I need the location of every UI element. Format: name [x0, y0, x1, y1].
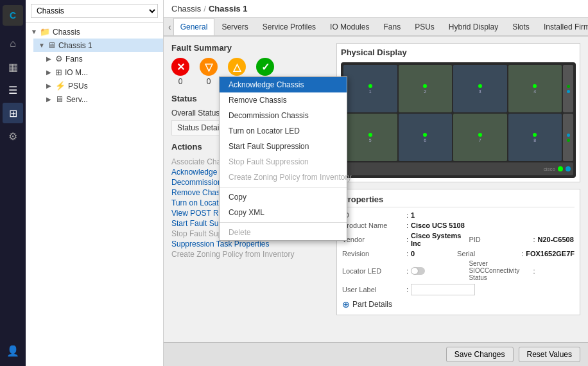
psus-label: PSUs: [68, 82, 88, 91]
tree-group-chassis1-children: ▶ ⚙ Fans ▶ ⊞ IO M... ▶ ⚡ PSUs: [33, 52, 163, 106]
expand-arrow-io: ▶: [46, 69, 53, 76]
chassis1-label: Chassis 1: [58, 41, 92, 50]
tree-item-servers[interactable]: ▶ 🖥 Serv...: [41, 92, 163, 106]
save-changes-button[interactable]: Save Changes: [446, 347, 514, 362]
ctx-stop-fault-suppression: Stop Fault Suppression: [220, 154, 347, 170]
tree-group-chassis: ▼ 🖥 Chassis 1 ▶ ⚙ Fans ▶ ⊞ IO M...: [26, 39, 163, 106]
servers-icon: 🖥: [55, 94, 64, 104]
ctx-decommission-chassis[interactable]: Decommission Chassis: [220, 108, 347, 123]
expand-arrow-psus: ▶: [46, 82, 53, 89]
expand-arrow-chassis1: ▼: [39, 42, 45, 49]
nav-dropdown-select[interactable]: Chassis: [31, 4, 158, 18]
expand-arrow-chassis: ▼: [31, 28, 37, 35]
tabs-bar: ‹ General Servers Service Profiles IO Mo…: [164, 18, 588, 37]
io-icon: ⊞: [55, 67, 62, 77]
tab-hybrid-display[interactable]: Hybrid Display: [442, 18, 505, 35]
user-nav-icon[interactable]: 👤: [3, 340, 23, 361]
ctx-copy[interactable]: Copy: [220, 189, 347, 205]
tab-general[interactable]: General: [173, 18, 215, 37]
nav-tree: ▼ 📁 Chassis ▼ 🖥 Chassis 1 ▶ ⚙ Fans: [26, 22, 163, 366]
network-nav-icon[interactable]: ⊞: [3, 103, 23, 123]
tab-installed-firmware[interactable]: Installed Firmware: [537, 18, 588, 35]
admin-nav-icon[interactable]: ⚙: [3, 126, 23, 146]
icon-sidebar: C ⌂ ▦ ☰ ⊞ ⚙ 👤: [0, 0, 26, 366]
breadcrumb-sep: /: [203, 4, 206, 13]
ctx-divider2: [220, 222, 347, 223]
io-modules-label: IO M...: [65, 68, 88, 77]
ctx-delete: Delete: [220, 225, 347, 240]
bottom-bar: Save Changes Reset Values: [164, 342, 588, 366]
context-menu: Acknowledge Chassis Remove Chassis Decom…: [219, 76, 347, 241]
expand-arrow-fans: ▶: [46, 55, 53, 62]
breadcrumb-part1: Chassis: [171, 4, 201, 13]
chassis-root-label: Chassis: [53, 28, 80, 37]
servers-label: Serv...: [66, 95, 88, 104]
nav-dropdown-container: Chassis: [26, 0, 163, 22]
tree-item-chassis-root[interactable]: ▼ 📁 Chassis: [26, 25, 163, 39]
chassis1-icon: 🖥: [48, 40, 56, 50]
reset-values-button[interactable]: Reset Values: [519, 347, 580, 362]
tab-io-modules[interactable]: IO Modules: [323, 18, 376, 35]
ctx-divider1: [220, 187, 347, 187]
psus-icon: ⚡: [55, 81, 65, 91]
tree-item-chassis1[interactable]: ▼ 🖥 Chassis 1: [33, 39, 163, 52]
breadcrumb: Chassis / Chassis 1: [164, 0, 588, 18]
fans-label: Fans: [65, 55, 83, 64]
ctx-create-zoning-policy: Create Zoning Policy from Inventory: [220, 170, 347, 185]
ctx-turn-on-locator-led[interactable]: Turn on Locator LED: [220, 123, 347, 139]
tab-fans[interactable]: Fans: [376, 18, 408, 35]
tree-item-fans[interactable]: ▶ ⚙ Fans: [41, 52, 163, 65]
tab-psus[interactable]: PSUs: [408, 18, 442, 35]
breadcrumb-part2: Chassis 1: [209, 4, 248, 13]
ctx-acknowledge-chassis[interactable]: Acknowledge Chassis: [220, 77, 347, 92]
ctx-start-fault-suppression[interactable]: Start Fault Suppression: [220, 139, 347, 154]
list-nav-icon[interactable]: ☰: [3, 80, 23, 100]
app-logo: C: [3, 5, 23, 26]
tab-prev-button[interactable]: ‹: [166, 19, 173, 35]
tab-servers[interactable]: Servers: [214, 18, 255, 35]
tree-item-psus[interactable]: ▶ ⚡ PSUs: [41, 79, 163, 92]
expand-arrow-servers: ▶: [46, 96, 53, 103]
fans-icon: ⚙: [55, 54, 63, 64]
ctx-copy-xml[interactable]: Copy XML: [220, 205, 347, 220]
nav-panel: Chassis ▼ 📁 Chassis ▼ 🖥 Chassis 1 ▶ ⚙: [26, 0, 164, 366]
tab-service-profiles[interactable]: Service Profiles: [255, 18, 323, 35]
tree-item-io-modules[interactable]: ▶ ⊞ IO M...: [41, 65, 163, 79]
content-wrapper: Chassis / Chassis 1 ‹ General Servers Se…: [164, 0, 588, 366]
ctx-remove-chassis[interactable]: Remove Chassis: [220, 92, 347, 108]
chassis-root-icon: 📁: [40, 27, 50, 37]
tab-slots[interactable]: Slots: [505, 18, 537, 35]
server-nav-icon[interactable]: ▦: [3, 57, 23, 77]
home-nav-icon[interactable]: ⌂: [3, 33, 23, 54]
